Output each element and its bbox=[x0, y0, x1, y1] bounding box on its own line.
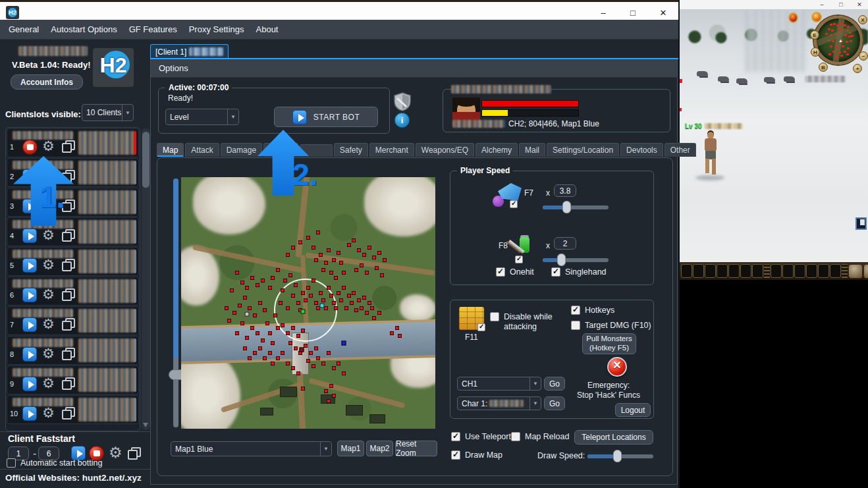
play-button[interactable] bbox=[22, 347, 37, 362]
f8-enabled-checkbox[interactable] bbox=[515, 256, 523, 263]
emergency-stop-icon[interactable] bbox=[607, 357, 627, 377]
channel-go-button[interactable]: Go bbox=[544, 377, 565, 391]
character-go-button[interactable]: Go bbox=[544, 396, 565, 410]
game-close-button[interactable]: ✕ bbox=[853, 1, 866, 9]
chevron-down-icon[interactable] bbox=[227, 109, 238, 124]
f7-value-input[interactable]: 3.8 bbox=[554, 184, 576, 197]
clientslots-select[interactable]: 10 Clients bbox=[82, 104, 134, 121]
inventory-button[interactable] bbox=[848, 264, 863, 279]
automatic-start-checkbox[interactable] bbox=[7, 458, 16, 468]
play-button[interactable] bbox=[22, 288, 37, 302]
gear-icon[interactable]: ⚙ bbox=[42, 228, 55, 242]
tab-map[interactable]: Map bbox=[157, 143, 184, 157]
inventory-slot[interactable] bbox=[717, 264, 728, 278]
menu-item-about[interactable]: About bbox=[250, 20, 285, 40]
scrollbar-down-arrow[interactable] bbox=[143, 423, 148, 427]
target-dmg-checkbox[interactable] bbox=[571, 321, 580, 330]
minimap-button-h[interactable]: H bbox=[811, 47, 820, 57]
game-minimize-button[interactable]: – bbox=[815, 1, 828, 9]
tab-merchant[interactable]: Merchant bbox=[369, 143, 414, 157]
play-button[interactable] bbox=[22, 377, 37, 391]
f8-slider-handle[interactable] bbox=[557, 254, 566, 266]
tab-devtools[interactable]: Devtools bbox=[620, 143, 663, 157]
f7-slider-handle[interactable] bbox=[562, 201, 571, 213]
inventory-slot[interactable] bbox=[705, 264, 716, 278]
copy-icon[interactable] bbox=[61, 348, 74, 360]
minimize-button[interactable]: – bbox=[589, 4, 618, 21]
faststart-gear-icon[interactable]: ⚙ bbox=[109, 445, 122, 460]
minimap[interactable]: ▲ EHBX−+ bbox=[810, 12, 868, 75]
chevron-down-icon[interactable] bbox=[122, 105, 133, 121]
gear-icon[interactable]: ⚙ bbox=[42, 139, 55, 153]
f7-slider[interactable] bbox=[543, 205, 609, 209]
minimap-button-minus[interactable]: − bbox=[859, 51, 868, 61]
gear-icon[interactable]: ⚙ bbox=[42, 376, 55, 390]
f8-slider[interactable] bbox=[543, 258, 609, 262]
game-maximize-button[interactable]: □ bbox=[834, 1, 848, 9]
maximize-button[interactable]: □ bbox=[618, 4, 647, 21]
menu-item-autostart-options[interactable]: Autostart Options bbox=[45, 20, 122, 40]
minimap-button-b[interactable]: B bbox=[819, 63, 828, 72]
f7-enabled-checkbox[interactable] bbox=[510, 200, 518, 208]
copy-icon[interactable] bbox=[61, 140, 74, 153]
character-select[interactable]: Char 1: bbox=[457, 396, 541, 410]
inventory-slot[interactable] bbox=[806, 264, 817, 278]
tab-safety[interactable]: Safety bbox=[334, 143, 368, 157]
gear-icon[interactable]: ⚙ bbox=[42, 406, 55, 420]
minimap-button-x[interactable]: X bbox=[858, 15, 867, 24]
play-button[interactable] bbox=[22, 406, 37, 421]
inventory-slot[interactable] bbox=[830, 264, 841, 278]
minimap-button-plus[interactable]: + bbox=[853, 64, 862, 73]
menu-item-proxy-settings[interactable]: Proxy Settings bbox=[183, 20, 250, 40]
channel-select[interactable]: CH1 bbox=[457, 377, 541, 391]
copy-icon[interactable] bbox=[61, 259, 74, 271]
copy-icon[interactable] bbox=[61, 318, 74, 331]
map-zoom-slider[interactable] bbox=[173, 178, 178, 427]
hotkeys-checkbox[interactable] bbox=[571, 306, 580, 315]
inventory-slot[interactable] bbox=[693, 264, 704, 278]
inventory-slot[interactable] bbox=[818, 264, 829, 278]
slot-list-scrollbar[interactable] bbox=[142, 128, 150, 430]
gear-icon[interactable]: ⚙ bbox=[42, 258, 55, 271]
tab-attack[interactable]: Attack bbox=[185, 143, 219, 157]
use-teleport-checkbox[interactable] bbox=[451, 432, 460, 441]
singlehand-checkbox[interactable] bbox=[551, 267, 560, 277]
inventory-slot[interactable] bbox=[794, 264, 805, 278]
map2-button[interactable]: Map2 bbox=[366, 441, 393, 456]
minimap-circle[interactable]: ▲ bbox=[814, 16, 863, 65]
tab-settings-location[interactable]: Settings/Location bbox=[547, 143, 619, 157]
account-infos-button[interactable]: Account Infos bbox=[11, 74, 83, 90]
gear-icon[interactable]: ⚙ bbox=[42, 317, 55, 331]
disable-while-attacking-checkbox[interactable] bbox=[490, 312, 499, 321]
inventory-button[interactable] bbox=[863, 264, 868, 279]
scrollbar-thumb[interactable] bbox=[142, 132, 149, 188]
inventory-slot[interactable] bbox=[782, 264, 794, 278]
map-view[interactable] bbox=[181, 177, 435, 429]
close-button[interactable]: ✕ bbox=[649, 4, 678, 21]
draw-map-checkbox[interactable] bbox=[451, 450, 460, 460]
inventory-slot[interactable] bbox=[740, 264, 751, 278]
tab-damage[interactable]: Damage bbox=[221, 143, 262, 157]
tab-weapons-eq[interactable]: Weapons/EQ bbox=[416, 143, 474, 157]
play-button[interactable] bbox=[22, 258, 37, 273]
map-reload-checkbox[interactable] bbox=[511, 432, 520, 441]
info-icon[interactable]: i bbox=[394, 113, 410, 128]
chevron-down-icon[interactable] bbox=[529, 377, 541, 390]
copy-icon[interactable] bbox=[61, 407, 74, 420]
faststart-copy-icon[interactable] bbox=[127, 447, 140, 460]
menu-item-gf-features[interactable]: GF Features bbox=[123, 20, 183, 40]
quest-scroll-icon[interactable] bbox=[855, 217, 867, 230]
pull-monsters-button[interactable]: Pull Monsters (Hotkey F5) bbox=[582, 333, 636, 354]
inventory-slot[interactable] bbox=[752, 264, 763, 278]
map1-button[interactable]: Map1 bbox=[337, 441, 364, 456]
f11-enabled-checkbox[interactable] bbox=[477, 323, 485, 331]
gear-icon[interactable]: ⚙ bbox=[42, 287, 55, 301]
minimap-button-e[interactable]: E bbox=[810, 30, 819, 40]
f8-value-input[interactable]: 2 bbox=[554, 237, 576, 250]
start-bot-button[interactable]: START BOT bbox=[274, 107, 378, 127]
play-button[interactable] bbox=[22, 317, 37, 332]
minimap-orb-icon[interactable] bbox=[811, 12, 822, 22]
copy-icon[interactable] bbox=[61, 288, 74, 301]
inventory-slot[interactable] bbox=[681, 264, 692, 278]
tab-other[interactable]: Other bbox=[665, 143, 696, 157]
